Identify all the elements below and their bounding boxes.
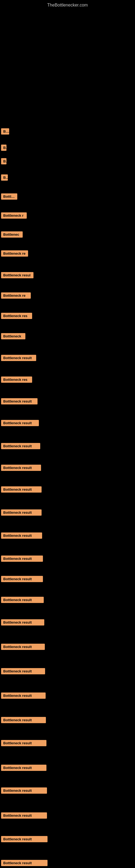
bottleneck-label: Bottleneck result [1, 420, 39, 426]
bottleneck-result-row: Bottleneck result [1, 597, 44, 604]
bottleneck-result-row: Bottleneck result [1, 740, 46, 747]
bottleneck-label: Bottleneck result [1, 619, 44, 625]
bottleneck-label: Bottleneck result [1, 532, 42, 539]
bottleneck-label: Bottleneck result [1, 787, 47, 794]
bottleneck-result-row: Bottleneck re [1, 250, 28, 258]
bottleneck-label: Bottleneck result [1, 398, 38, 404]
bottleneck-result-row: Bo [1, 175, 8, 182]
bottleneck-label: Bottleneck result [1, 576, 43, 582]
bottleneck-label: Bottleneck result [1, 812, 47, 818]
bottleneck-label: Bottleneck [1, 333, 26, 339]
bottleneck-result-row: Bottleneck result [1, 486, 42, 494]
bottleneck-result-row: Bottleneck result [1, 717, 46, 724]
bottleneck-result-row: Bottleneck result [1, 532, 42, 540]
bottleneck-result-row: Bottleneck result [1, 692, 46, 700]
bottleneck-label: Bottleneck result [1, 860, 48, 866]
bottleneck-result-row: Bottleneck resul [1, 272, 34, 279]
bottleneck-label: Bottleneck result [1, 465, 41, 471]
bottleneck-label: Bottleneck result [1, 765, 46, 771]
bottleneck-result-row: B [1, 145, 6, 152]
bottleneck-label: Bottleneck result [1, 597, 44, 603]
bottleneck-result-row: Bottleneck result [1, 619, 44, 627]
bottleneck-result-row: Bottleneck re [1, 292, 31, 300]
bottleneck-result-row: Bottleneck result [1, 443, 40, 450]
bottleneck-label: Bottlen [1, 193, 17, 199]
bottleneck-label: B [1, 158, 6, 164]
bottleneck-label: Bottleneck result [1, 836, 48, 842]
bottleneck-result-row: Bottleneck result [1, 836, 48, 843]
bottleneck-result-row: Bottleneck result [1, 765, 46, 772]
bottleneck-result-row: Bottleneck result [1, 398, 38, 405]
bottleneck-result-row: Bottleneck result [1, 465, 41, 472]
bottleneck-result-row: Bottleneck result [1, 668, 45, 675]
bottleneck-result-row: Bottleneck result [1, 644, 45, 651]
bottleneck-label: Bottleneck res [1, 313, 32, 319]
bottleneck-result-row: Bottleneck result [1, 576, 43, 583]
bottleneck-result-row: Bottlenec [1, 231, 23, 239]
bottleneck-result-row: Bottleneck res [1, 313, 32, 320]
bottleneck-result-row: Bottleneck result [1, 860, 48, 867]
bottleneck-result-row: Bottlen [1, 193, 17, 201]
bottleneck-result-row: Bottleneck r [1, 212, 27, 220]
bottleneck-label: Bottleneck result [1, 717, 46, 723]
bottleneck-label: Bottleneck result [1, 443, 40, 449]
bottleneck-label: Bottleneck res [1, 376, 32, 383]
bottleneck-result-row: B [1, 158, 6, 165]
bottleneck-result-row: Bottleneck result [1, 556, 43, 563]
bottleneck-result-row: Bottleneck res [1, 376, 32, 384]
site-title: TheBottlenecker.com [0, 0, 135, 9]
bottleneck-result-row: Bottleneck [1, 333, 26, 340]
bottleneck-result-row: Bottleneck result [1, 355, 36, 362]
bottleneck-label: Bottleneck result [1, 509, 42, 516]
bottleneck-result-row: Bottleneck result [1, 509, 42, 517]
bottleneck-label: Bottleneck result [1, 355, 36, 361]
bottleneck-label: Bottleneck result [1, 644, 45, 650]
bottleneck-label: Bottleneck r [1, 212, 27, 219]
bottleneck-label: Bottleneck result [1, 668, 45, 674]
bottleneck-label: Bottleneck resul [1, 272, 34, 278]
bottleneck-label: Bo [1, 175, 8, 181]
bottleneck-label: Bottleneck result [1, 556, 43, 562]
bottleneck-label: Bottleneck result [1, 128, 9, 134]
bottleneck-label: Bottleneck result [1, 486, 42, 493]
bottleneck-label: Bottleneck result [1, 692, 46, 699]
bottleneck-label: Bottleneck re [1, 292, 31, 299]
bottleneck-result-row: Bottleneck result [1, 812, 47, 820]
bottleneck-label: Bottleneck re [1, 250, 28, 257]
bottleneck-result-row: Bottleneck result [1, 787, 47, 795]
bottleneck-label: Bottleneck result [1, 740, 46, 746]
bottleneck-result-row: Bottleneck result [1, 128, 9, 135]
bottleneck-result-row: Bottleneck result [1, 420, 39, 427]
bottleneck-label: Bottlenec [1, 231, 23, 238]
bottleneck-label: B [1, 145, 6, 151]
